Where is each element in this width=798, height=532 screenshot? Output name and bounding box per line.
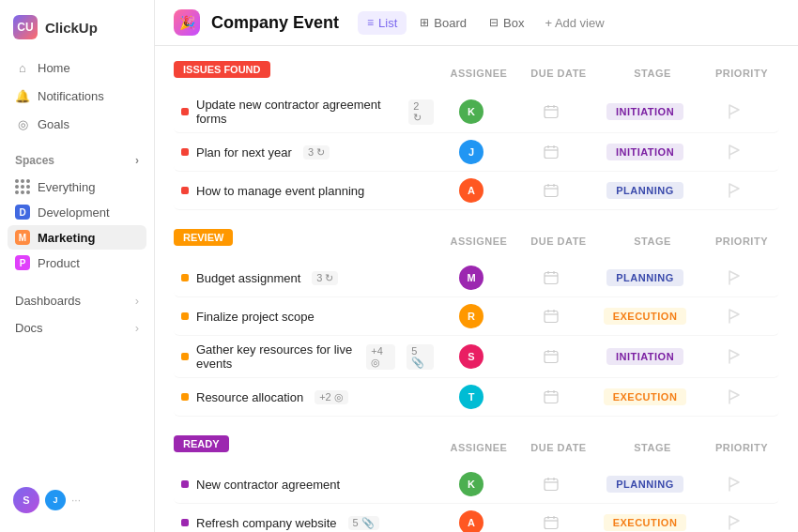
- second-avatar: J: [45, 490, 66, 510]
- sidebar-item-goals[interactable]: ◎ Goals: [8, 111, 146, 137]
- spaces-header[interactable]: Spaces ›: [8, 150, 146, 171]
- docs-label: Docs: [15, 321, 43, 335]
- section-label-ready: READY: [174, 435, 229, 452]
- svg-rect-20: [545, 352, 558, 363]
- task-name-text: How to manage event planning: [196, 184, 364, 198]
- tab-board[interactable]: ⊞ Board: [410, 11, 476, 35]
- tab-list[interactable]: ≡ List: [358, 11, 407, 35]
- tab-list-label: List: [378, 16, 397, 30]
- task-badge: 2 ↻: [408, 99, 434, 125]
- tab-box[interactable]: ⊟ Box: [480, 11, 533, 35]
- sidebar-item-product[interactable]: P Product: [8, 251, 146, 275]
- bell-icon: 🔔: [15, 88, 30, 103]
- task-badge: +2 ◎: [315, 390, 348, 404]
- table-row[interactable]: Update new contractor agreement forms 2 …: [174, 91, 779, 133]
- priority-flag: [697, 389, 772, 404]
- task-name: How to manage event planning: [181, 184, 434, 198]
- spaces-section: Spaces › Everything D Development M Mark…: [0, 150, 154, 275]
- sidebar-item-marketing[interactable]: M Marketing: [8, 225, 146, 250]
- sidebar-item-docs[interactable]: Docs ›: [8, 315, 146, 341]
- col-duedate-1: DUE DATE: [516, 68, 601, 79]
- stage-badge: INITIATION: [606, 348, 683, 365]
- due-date: [509, 270, 593, 285]
- board-icon: ⊞: [420, 16, 429, 29]
- section-issues: ISSUES FOUND ASSIGNEE DUE DATE STAGE PRI…: [174, 61, 779, 210]
- task-bullet: [181, 312, 189, 320]
- avatar: M: [459, 266, 483, 290]
- svg-rect-0: [545, 107, 558, 118]
- task-bullet: [181, 187, 189, 194]
- task-badge: 3 ↻: [312, 271, 338, 285]
- section-review: REVIEW ASSIGNEE DUE DATE STAGE PRIORITY …: [174, 229, 779, 417]
- spaces-list: Everything D Development M Marketing P P…: [8, 175, 146, 275]
- sidebar-item-everything[interactable]: Everything: [8, 175, 146, 199]
- task-name-text: Finalize project scope: [196, 310, 315, 324]
- chevron-icon: ›: [135, 154, 139, 167]
- task-name-text: Update new contractor agreement forms: [196, 98, 397, 126]
- stage-badge: EXECUTION: [604, 308, 687, 325]
- task-bullet: [181, 480, 189, 488]
- avatar: K: [459, 472, 483, 496]
- mkt-icon: M: [15, 230, 30, 245]
- task-badge: +4 ◎: [366, 344, 395, 370]
- priority-flag: [697, 144, 772, 160]
- col-assignee-3: ASSIGNEE: [441, 442, 516, 453]
- logo-text: ClickUp: [45, 20, 98, 36]
- table-row[interactable]: Gather key resources for live events +4 …: [174, 336, 779, 378]
- priority-flag: [697, 183, 772, 198]
- due-date: [509, 144, 593, 160]
- avatar: A: [459, 510, 483, 532]
- table-row[interactable]: Plan for next year 3 ↻ J INITIATION: [174, 133, 779, 172]
- priority-flag: [697, 270, 772, 285]
- add-view-label: + Add view: [545, 16, 604, 30]
- development-label: Development: [38, 205, 110, 220]
- section-label-issues: ISSUES FOUND: [174, 61, 270, 78]
- task-badge: 5 📎: [348, 516, 379, 530]
- product-label: Product: [38, 256, 80, 270]
- task-bullet: [181, 108, 189, 115]
- col-assignee-2: ASSIGNEE: [441, 236, 516, 247]
- logo-icon: CU: [13, 15, 38, 39]
- stage-badge: PLANNING: [606, 476, 683, 493]
- sidebar-item-home[interactable]: ⌂ Home: [8, 54, 146, 81]
- chevron-right-icon-docs: ›: [135, 321, 139, 335]
- table-row[interactable]: How to manage event planning A PLANNING: [174, 172, 779, 210]
- due-date: [509, 104, 593, 119]
- sidebar-item-development[interactable]: D Development: [8, 200, 146, 224]
- table-row[interactable]: New contractor agreement K PLANNING: [174, 465, 779, 504]
- table-row[interactable]: Finalize project scope R EXECUTION: [174, 297, 779, 336]
- stage-badge: INITIATION: [606, 144, 683, 160]
- col-priority-2: PRIORITY: [704, 236, 779, 247]
- stage-badge: PLANNING: [606, 269, 683, 286]
- table-row[interactable]: Resource allocation +2 ◎ T EXECUTION: [174, 378, 779, 417]
- add-view-button[interactable]: + Add view: [537, 11, 611, 35]
- logo[interactable]: CU ClickUp: [0, 11, 154, 54]
- priority-flag: [697, 477, 772, 492]
- task-bullet: [181, 274, 189, 281]
- table-row[interactable]: Refresh company website 5 📎 A EXECUTION: [174, 504, 779, 532]
- stage-badge: INITIATION: [606, 103, 683, 120]
- svg-rect-24: [545, 392, 558, 403]
- stage-badge: PLANNING: [606, 182, 683, 199]
- view-tabs: ≡ List ⊞ Board ⊟ Box + Add view: [358, 11, 612, 35]
- avatar: S: [459, 344, 483, 369]
- grid-icon: [15, 179, 30, 194]
- task-bullet: [181, 353, 189, 360]
- task-name: Update new contractor agreement forms 2 …: [181, 98, 434, 126]
- user-avatar[interactable]: S: [13, 487, 39, 513]
- due-date: [509, 477, 593, 492]
- avatar: K: [459, 99, 483, 124]
- task-name: Resource allocation +2 ◎: [181, 390, 434, 404]
- everything-label: Everything: [38, 180, 95, 194]
- chevron-right-icon: ›: [135, 294, 139, 308]
- sidebar-item-dashboards[interactable]: Dashboards ›: [8, 288, 146, 313]
- table-row[interactable]: Budget assignment 3 ↻ M PLANNING: [174, 259, 779, 297]
- task-name: Refresh company website 5 📎: [181, 516, 434, 530]
- tab-board-label: Board: [434, 16, 467, 30]
- due-date: [509, 183, 593, 198]
- task-name-text: Budget assignment: [196, 271, 300, 285]
- box-icon: ⊟: [489, 16, 499, 29]
- task-name: Budget assignment 3 ↻: [181, 271, 434, 285]
- sidebar-item-notifications[interactable]: 🔔 Notifications: [8, 83, 146, 109]
- svg-rect-28: [545, 479, 558, 491]
